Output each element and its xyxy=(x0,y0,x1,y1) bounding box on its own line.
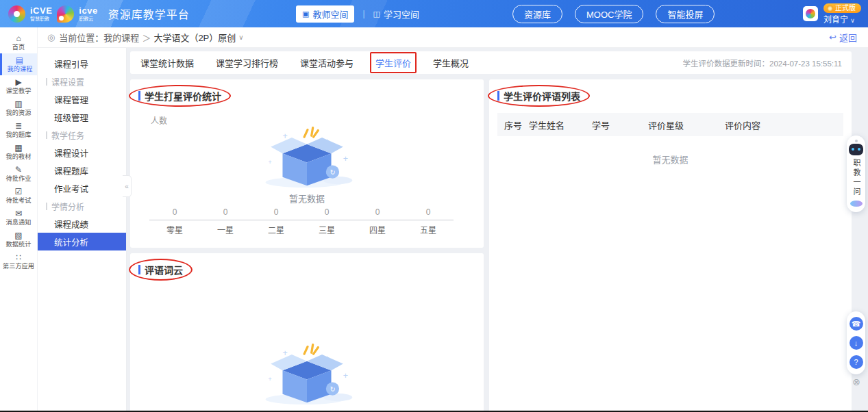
submenu-section-label: 教学任务 xyxy=(51,129,84,141)
tab-student-evaluation[interactable]: 学生评价 xyxy=(375,55,412,70)
svg-text:+: + xyxy=(282,131,287,141)
brand1-sub: 智慧职教 xyxy=(30,16,52,21)
sidebar-item-label: 数据统计 xyxy=(6,241,32,247)
submenu-section-course-settings: 课程设置 xyxy=(38,73,126,90)
axis-value: 0 xyxy=(251,207,301,220)
icon-sidebar: ⌂首页▤我的课程▶课堂教学▥我的资源≣我的题库▦我的教材✎待批作业☑待批考试✉消… xyxy=(0,27,38,412)
teacher-space-button[interactable]: ▣ 教师空间 xyxy=(296,5,354,23)
help-button[interactable]: ? xyxy=(850,355,863,369)
submenu-item-course-management[interactable]: 课程管理 xyxy=(38,90,126,108)
header-pills: 资源库MOOC学院智能投屏 xyxy=(512,0,715,27)
chart-x-axis: 000000 零星一星二星三星四星五星 xyxy=(149,207,454,235)
sidebar-item-pending-homework[interactable]: ✎待批作业 xyxy=(0,163,37,185)
ai-assistant-button[interactable]: 职教一问 xyxy=(847,136,865,212)
axis-value: 0 xyxy=(403,207,454,220)
course-dropdown-chevron-icon[interactable]: ∨ xyxy=(238,34,243,41)
user-menu[interactable]: 刘育宁 ∨ xyxy=(823,16,855,24)
empty-box-svg: ++++↻ xyxy=(256,340,358,406)
submenu-item-course-question-bank[interactable]: 课程题库 xyxy=(38,162,126,179)
sidebar-item-label: 消息通知 xyxy=(6,219,32,225)
svg-text:+: + xyxy=(343,371,348,381)
breadcrumb: ◎ 当前位置： 我的课程 ＞ 大学语文（2P）原创 ∨ ↩ 返回 xyxy=(38,27,868,48)
breadcrumb-current-course[interactable]: 大学语文（2P）原创 xyxy=(153,31,236,44)
back-button[interactable]: ↩ 返回 xyxy=(829,31,857,44)
star-rating-panel: 学生打星评价统计 人数 ++++↻ 暂无数据 000000 零星一星二星三星四星… xyxy=(130,79,484,248)
space-switcher: ▣ 教师空间 | ◫ 学习空间 xyxy=(296,0,419,27)
resource-library-button[interactable]: 资源库 xyxy=(512,5,562,23)
axis-tick-label: 四星 xyxy=(352,220,403,235)
smart-screencast-button[interactable]: 智能投屏 xyxy=(656,5,715,23)
close-float-button[interactable]: ⊗ xyxy=(852,377,860,387)
submenu-item-homework-exam[interactable]: 作业考试 xyxy=(38,179,126,197)
sidebar-item-home[interactable]: ⌂首页 xyxy=(0,31,37,53)
tab-student-overview[interactable]: 学生概况 xyxy=(432,55,469,70)
sidebar-item-my-courses[interactable]: ▤我的课程 xyxy=(0,53,37,75)
comments-list-panel: 学生评价评语列表 序号学生姓名学号评价星级评价内容 暂无数据 xyxy=(489,79,852,412)
sidebar-item-my-question-bank[interactable]: ≣我的题库 xyxy=(0,119,37,141)
chart-axis-labels: 零星一星二星三星四星五星 xyxy=(149,220,454,235)
title-bar-accent xyxy=(497,91,499,101)
chart-empty-text: 暂无数据 xyxy=(289,192,325,205)
tab-class-statistics[interactable]: 课堂统计数据 xyxy=(140,55,195,70)
sidebar-item-my-textbooks[interactable]: ▦我的教材 xyxy=(0,141,37,163)
axis-tick-label: 二星 xyxy=(251,220,301,235)
help-icon: ? xyxy=(854,358,858,366)
mooc-academy-button[interactable]: MOOC学院 xyxy=(575,5,643,23)
axis-value: 0 xyxy=(149,207,200,220)
learning-space-button[interactable]: ◫ 学习空间 xyxy=(373,8,419,21)
back-label: 返回 xyxy=(839,31,857,44)
sidebar-item-label: 我的教材 xyxy=(6,153,32,159)
wordcloud-panel-title-text: 评语词云 xyxy=(145,263,183,276)
breadcrumb-parent[interactable]: 我的课程 xyxy=(103,31,139,44)
my-textbooks-icon: ▦ xyxy=(14,144,22,152)
sidebar-item-label: 我的资源 xyxy=(6,110,32,116)
submenu-item-course-guide[interactable]: 课程引导 xyxy=(38,55,126,73)
update-time: 学生评价数据更新时间：2024-07-23 15:55:11 xyxy=(683,57,842,68)
sidebar-item-label: 课堂教学 xyxy=(6,88,32,94)
submenu-item-course-design[interactable]: 课程设计 xyxy=(38,144,126,162)
svg-text:+: + xyxy=(268,375,272,383)
my-courses-icon: ▤ xyxy=(16,56,23,64)
brand2-sub: 职教云 xyxy=(79,16,97,21)
sidebar-item-my-resources[interactable]: ▥我的资源 xyxy=(0,97,37,119)
comments-panel-title-text: 学生评价评语列表 xyxy=(504,89,580,103)
axis-value: 0 xyxy=(352,207,403,220)
submenu-item-statistics-analysis[interactable]: 统计分析 xyxy=(38,233,126,250)
sidebar-item-pending-exams[interactable]: ☑待批考试 xyxy=(0,185,37,207)
sidebar-item-classroom-teaching[interactable]: ▶课堂教学 xyxy=(0,75,37,97)
sidebar-item-third-party-apps[interactable]: ∷第三方应用 xyxy=(0,250,37,272)
teacher-space-label: 教师空间 xyxy=(312,8,348,21)
customer-service-button[interactable]: ☎ xyxy=(850,317,863,331)
submenu-item-class-management[interactable]: 班级管理 xyxy=(38,108,126,126)
axis-tick-label: 三星 xyxy=(301,220,352,235)
download-button[interactable]: ↓ xyxy=(850,336,863,350)
sidebar-item-label: 第三方应用 xyxy=(3,263,34,269)
teacher-space-icon: ▣ xyxy=(302,10,309,18)
collapse-icon: « xyxy=(125,183,129,190)
submenu-section-label: 课程设置 xyxy=(51,76,84,88)
submenu-item-course-grades[interactable]: 课程成绩 xyxy=(38,215,126,233)
learning-space-icon: ◫ xyxy=(373,10,380,18)
axis-tick-label: 零星 xyxy=(149,220,200,235)
sidebar-item-label: 待批考试 xyxy=(6,197,32,203)
user-area[interactable]: 正式版 刘育宁 ∨ xyxy=(803,0,861,27)
breadcrumb-separator: ＞ xyxy=(142,31,151,44)
title-bar-accent xyxy=(138,265,140,274)
sidebar-item-notifications[interactable]: ✉消息通知 xyxy=(0,207,37,229)
brand-zjy: icve 职教云 xyxy=(79,6,97,21)
sidebar-collapse-button[interactable]: « xyxy=(123,175,132,197)
section-bar xyxy=(46,78,47,86)
platform-title: 资源库教学平台 xyxy=(108,5,190,22)
nav-divider: | xyxy=(362,9,364,18)
location-icon: ◎ xyxy=(47,32,55,42)
medal-icon xyxy=(827,5,833,12)
sidebar-item-data-statistics[interactable]: ▧数据统计 xyxy=(0,229,37,250)
chevron-down-icon: ∨ xyxy=(850,17,855,24)
column-header: 学生姓名 xyxy=(529,118,592,131)
chart-axis-values: 000000 xyxy=(149,207,454,220)
download-icon: ↓ xyxy=(854,339,858,347)
axis-value: 0 xyxy=(200,207,251,220)
customer-service-icon: ☎ xyxy=(852,320,861,329)
tab-class-learning-ranking[interactable]: 课堂学习排行榜 xyxy=(215,55,279,70)
tab-class-activity-participation[interactable]: 课堂活动参与 xyxy=(299,55,354,70)
